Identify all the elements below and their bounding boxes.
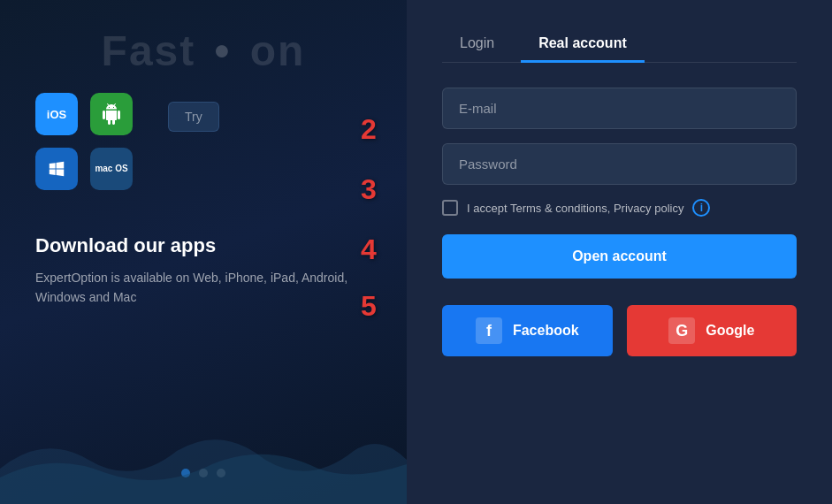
right-panel: Login Real account I accept Terms & cond… <box>407 0 832 504</box>
terms-row: I accept Terms & conditions, Privacy pol… <box>442 199 797 217</box>
password-input[interactable] <box>442 143 797 185</box>
info-icon[interactable]: i <box>692 199 710 217</box>
step-4: 4 <box>361 235 377 263</box>
hero-text: Fast • on <box>35 27 371 75</box>
dot-3[interactable] <box>217 469 225 477</box>
google-login-button[interactable]: G Google <box>627 305 798 356</box>
social-login-row: f Facebook G Google <box>442 305 797 356</box>
open-account-button[interactable]: Open account <box>442 234 797 279</box>
email-input[interactable] <box>442 88 797 129</box>
try-demo-area[interactable]: Try <box>168 102 219 132</box>
facebook-label: Facebook <box>513 323 579 339</box>
google-label: Google <box>706 323 754 339</box>
download-description: ExpertOption is available on Web, iPhone… <box>35 268 371 308</box>
terms-label: I accept Terms & conditions, Privacy pol… <box>467 202 683 215</box>
download-title: Download our apps <box>35 234 371 257</box>
tab-login[interactable]: Login <box>442 27 512 63</box>
facebook-icon: f <box>476 317 502 344</box>
step-5: 5 <box>361 292 377 320</box>
password-group <box>442 143 797 185</box>
facebook-login-button[interactable]: f Facebook <box>442 305 613 356</box>
auth-tabs: Login Real account <box>442 27 797 63</box>
step-2: 2 <box>361 115 377 143</box>
email-group <box>442 88 797 129</box>
step-3: 3 <box>361 175 377 203</box>
app-icons-grid: iOS mac OS <box>35 93 133 190</box>
ios-icon[interactable]: iOS <box>35 93 78 135</box>
tab-real-account[interactable]: Real account <box>521 27 645 63</box>
google-icon: G <box>668 317 695 344</box>
step-numbers: 2 3 4 5 <box>361 115 377 345</box>
dot-1[interactable] <box>181 469 190 477</box>
android-icon[interactable] <box>90 93 133 135</box>
carousel-dots <box>181 469 225 477</box>
dot-2[interactable] <box>199 469 208 477</box>
terms-checkbox[interactable] <box>442 200 458 216</box>
windows-icon[interactable] <box>35 148 78 190</box>
left-panel: Fast • on iOS mac OS <box>0 0 407 504</box>
mac-icon[interactable]: mac OS <box>90 148 133 190</box>
main-container: Fast • on iOS mac OS <box>0 0 832 504</box>
